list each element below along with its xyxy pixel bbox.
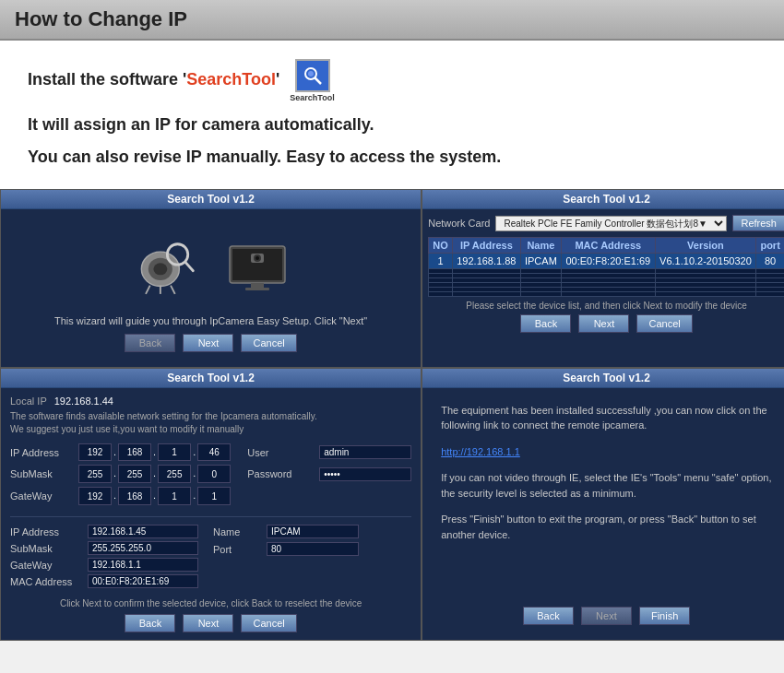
user-row: User [247, 445, 411, 459]
panel2-back-button[interactable]: Back [520, 314, 571, 333]
cell-no: 1 [429, 254, 453, 269]
panel2-body: Network Card Realtek PCle FE Family Cont… [422, 209, 784, 367]
ip-seg4[interactable] [197, 443, 231, 462]
intro-section: Install the software 'SearchTool' Search… [0, 41, 784, 189]
cell-port: 80 [756, 254, 784, 269]
localip-label: Local IP [10, 396, 47, 407]
ip-address-row: IP Address . . . User [10, 443, 411, 462]
gw-seg2[interactable] [118, 487, 151, 505]
panel4-content: The equipment has been installed success… [441, 403, 772, 543]
name-input[interactable] [267, 525, 359, 538]
camera-icon-left [133, 239, 197, 294]
static-gw-label: GateWay [10, 560, 84, 571]
refresh-button[interactable]: Refresh [732, 215, 784, 231]
mac-input[interactable] [88, 574, 198, 588]
panel1-title: Search Tool v1.2 [1, 190, 421, 209]
gw-seg4[interactable] [197, 487, 231, 505]
static-mask-label: SubMask [10, 543, 84, 554]
searchtool-icon-label: SearchTool [290, 93, 334, 102]
camera-icon-right [225, 239, 290, 294]
panel4-next-button[interactable]: Next [581, 607, 632, 625]
col-name: Name [520, 238, 561, 254]
panel4-title: Search Tool v1.2 [422, 369, 784, 388]
ip-seg3[interactable] [158, 443, 191, 462]
submask-row: SubMask . . . Password [10, 465, 411, 483]
mask-seg4[interactable] [197, 465, 231, 483]
device-table: NO IP Address Name MAC Address Version p… [428, 237, 784, 297]
submask-box: . . . [78, 465, 231, 483]
localip-value: 192.168.1.44 [54, 396, 113, 407]
panel4-success-text: The equipment has been installed success… [441, 403, 772, 433]
mac-label: MAC Address [10, 576, 84, 587]
col-version: Version [655, 238, 756, 254]
mask-seg1[interactable] [78, 465, 112, 483]
static-ip-row: IP Address [10, 525, 198, 538]
gw-seg1[interactable] [78, 487, 112, 505]
panel2-bottom-text: Please select the device list, and then … [428, 301, 784, 311]
col-no: NO [429, 238, 453, 254]
panel2-cancel-button[interactable]: Cancel [636, 314, 692, 333]
panel4-finish-text: Press "Finish" button to exit the progra… [441, 512, 772, 542]
mask-seg2[interactable] [118, 465, 151, 483]
user-label: User [247, 447, 312, 458]
svg-point-5 [153, 263, 167, 275]
header: How to Change IP [0, 0, 784, 41]
col-ip: IP Address [452, 238, 520, 254]
panel1-cameras [133, 218, 290, 315]
static-mask-row: SubMask [10, 541, 198, 555]
network-card-select[interactable]: Realtek PCle FE Family Controller 数据包计划8… [495, 216, 727, 231]
user-input[interactable] [319, 445, 411, 459]
cell-version: V6.1.10.2-20150320 [655, 254, 756, 269]
ip-seg2[interactable] [118, 443, 151, 462]
ip-seg1[interactable] [78, 443, 112, 462]
intro-line1-suffix: ' [276, 70, 279, 89]
panel1-cancel-button[interactable]: Cancel [241, 334, 296, 352]
mask-seg3[interactable] [158, 465, 191, 483]
password-input[interactable] [319, 467, 411, 481]
svg-line-1 [315, 77, 321, 84]
port-label: Port [213, 544, 259, 555]
panel3-buttons: Back Next Cancel [10, 614, 411, 632]
table-row[interactable] [429, 292, 784, 297]
panel1-back-button[interactable]: Back [125, 334, 175, 352]
static-mask-input[interactable] [88, 541, 198, 555]
submask-label: SubMask [10, 468, 75, 479]
col-port: port [756, 238, 784, 254]
panel4-camera-link[interactable]: http://192.168.1.1 [441, 446, 520, 457]
panel3-next-button[interactable]: Next [183, 614, 233, 632]
panel4-finish-button[interactable]: Finish [639, 607, 690, 625]
network-row: Network Card Realtek PCle FE Family Cont… [428, 215, 784, 231]
static-ip-input[interactable] [88, 525, 198, 538]
port-row: Port [213, 542, 359, 556]
panel3-ip-config: Search Tool v1.2 Local IP 192.168.1.44 T… [0, 368, 422, 641]
intro-line1-prefix: Install the software ' [28, 70, 186, 89]
svg-rect-18 [245, 288, 269, 290]
network-card-label: Network Card [428, 218, 490, 229]
searchtool-img [295, 59, 330, 92]
panel2-device-list: Search Tool v1.2 Network Card Realtek PC… [422, 189, 784, 368]
panel2-next-button[interactable]: Next [578, 314, 629, 333]
static-gw-row: GateWay [10, 558, 198, 572]
intro-line3: You can also revise IP manually. Easy to… [28, 148, 756, 167]
panel2-buttons: Back Next Cancel [428, 314, 784, 333]
panel4-back-button[interactable]: Back [523, 607, 574, 625]
name-row: Name [213, 525, 359, 538]
panel1-next-button[interactable]: Next [183, 334, 233, 352]
port-input[interactable] [267, 542, 359, 556]
searchtool-link[interactable]: SearchTool [186, 70, 276, 89]
panel2-title: Search Tool v1.2 [422, 190, 784, 209]
panel3-info: The software finds available network set… [10, 410, 411, 436]
panel3-body: Local IP 192.168.1.44 The software finds… [1, 388, 421, 640]
gateway-box: . . . [78, 487, 231, 505]
table-row[interactable]: 1 192.168.1.88 IPCAM 00:E0:F8:20:E1:69 V… [429, 254, 784, 269]
svg-point-2 [308, 71, 314, 77]
gateway-row: GateWay . . . [10, 487, 411, 505]
panel3-title: Search Tool v1.2 [1, 369, 421, 388]
gw-seg3[interactable] [158, 487, 191, 505]
panel3-cancel-button[interactable]: Cancel [241, 614, 296, 632]
panel1-wizard: Search Tool v1.2 [0, 189, 422, 368]
cell-mac: 00:E0:F8:20:E1:69 [562, 254, 656, 269]
static-gw-input[interactable] [88, 558, 198, 572]
panel3-back-button[interactable]: Back [125, 614, 175, 632]
panel3-divider [10, 516, 411, 517]
